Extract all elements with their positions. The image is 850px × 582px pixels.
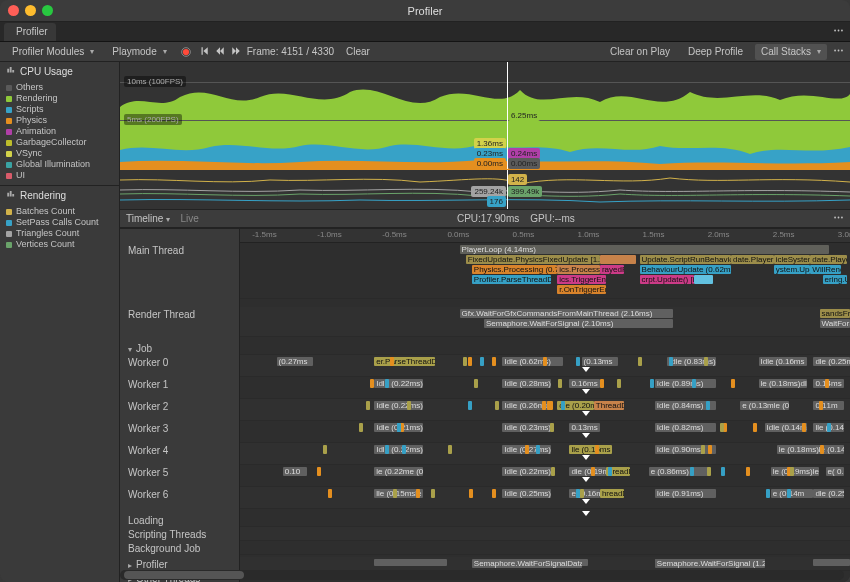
- timeline-bar[interactable]: [608, 467, 612, 476]
- timeline-bar[interactable]: [746, 467, 750, 476]
- timeline-bar[interactable]: Idle (0.16ms: [759, 357, 808, 366]
- timeline-bar[interactable]: Idle (0.89ms): [655, 379, 716, 388]
- timeline-bar[interactable]: ThreadD: [594, 401, 625, 410]
- timeline-bar[interactable]: [370, 379, 374, 388]
- timeline-bar[interactable]: ics.TriggerEnterExits (0.38: [557, 275, 606, 284]
- timeline-bar[interactable]: [720, 423, 724, 432]
- timeline-bar[interactable]: [819, 401, 823, 410]
- timeline-bar[interactable]: [704, 357, 708, 366]
- timeline-bar[interactable]: [706, 401, 710, 410]
- cpu-legend-item[interactable]: Others: [6, 82, 119, 93]
- timeline-bar[interactable]: 0.13ms: [569, 423, 600, 432]
- go-back-button[interactable]: [199, 46, 209, 58]
- timeline-bar[interactable]: sandsFromM: [820, 309, 851, 318]
- timeline-bar[interactable]: Idle (0.25ms): [502, 489, 551, 498]
- tab-menu-button[interactable]: [833, 25, 844, 38]
- timeline-bar[interactable]: (0.13ms: [582, 357, 619, 366]
- timeline-bar[interactable]: [580, 489, 584, 498]
- timeline-bar[interactable]: ics.ProcessReports (0.40: [557, 265, 600, 274]
- timeline-bar[interactable]: [690, 467, 694, 476]
- timeline-bar[interactable]: [790, 467, 794, 476]
- clear-button[interactable]: Clear: [340, 44, 376, 60]
- timeline-bar[interactable]: [495, 401, 499, 410]
- timeline-bar[interactable]: [359, 423, 363, 432]
- timeline-bar[interactable]: date.PlayerUpdateCan: [810, 255, 847, 264]
- timeline-bar[interactable]: [694, 275, 712, 284]
- timeline-bar[interactable]: Idle (0.22ms): [374, 379, 423, 388]
- expand-arrow-icon[interactable]: [582, 367, 590, 372]
- timeline-bar[interactable]: dle (0.25ms): [813, 489, 844, 498]
- timeline-bar[interactable]: Idle (0.62ms): [502, 357, 563, 366]
- timeline-bar[interactable]: Idle (0.22ms): [374, 445, 423, 454]
- timeline-bar[interactable]: [595, 445, 599, 454]
- cpu-legend-item[interactable]: VSync: [6, 148, 119, 159]
- timeline-bar[interactable]: [707, 467, 711, 476]
- timeline-bar[interactable]: le (0.22me (0.16: [374, 467, 423, 476]
- timeline-bar[interactable]: [617, 379, 621, 388]
- timeline-bar[interactable]: [692, 379, 696, 388]
- timeline-bar[interactable]: [492, 489, 496, 498]
- cpu-legend-item[interactable]: Global Illumination: [6, 159, 119, 170]
- timeline-bar[interactable]: rayedF: [600, 265, 624, 274]
- timeline-bar[interactable]: FixedUpdate.PhysicsFixedUpdate [1.23ms]: [466, 255, 600, 264]
- timeline-bar[interactable]: [492, 357, 496, 366]
- timeline-bar[interactable]: [374, 559, 447, 566]
- cpu-legend-item[interactable]: GarbageCollector: [6, 137, 119, 148]
- timeline-bar[interactable]: er.ParseThreadData (0.38: [374, 357, 435, 366]
- timeline-bar[interactable]: e (0.14m: [771, 489, 814, 498]
- timeline-bar[interactable]: le (0.18ms)dle: [759, 379, 808, 388]
- timeline-bar[interactable]: lle (0.16ms hreadD: [569, 445, 612, 454]
- timeline-bar[interactable]: [390, 357, 394, 366]
- timeline-bar[interactable]: Semaphore.WaitForSignalData (2.7ms): [472, 559, 582, 568]
- timeline-bar[interactable]: [576, 489, 580, 498]
- timeline-bar[interactable]: [820, 445, 824, 454]
- timeline-bar[interactable]: [468, 357, 472, 366]
- timeline-bar[interactable]: [650, 379, 654, 388]
- timeline-ruler[interactable]: -1.5ms-1.0ms-0.5ms0.0ms0.5ms1.0ms1.5ms2.…: [240, 229, 850, 243]
- timeline-bar[interactable]: 0.10: [283, 467, 307, 476]
- call-stacks-dropdown[interactable]: Call Stacks: [755, 44, 827, 60]
- timeline-bar[interactable]: [669, 357, 673, 366]
- timeline-bar[interactable]: Update.ScriptRunBehaviourUpdate (0.62ms): [640, 255, 732, 264]
- timeline-bar[interactable]: [480, 357, 484, 366]
- timeline-bar[interactable]: Gfx.WaitForGfxCommandsFromMainThread (2.…: [460, 309, 674, 318]
- timeline-bar[interactable]: [708, 445, 712, 454]
- timeline-view-dropdown[interactable]: Timeline: [126, 213, 170, 224]
- profiler-tab[interactable]: Profiler: [4, 23, 56, 41]
- timeline-bar[interactable]: icleSystemBegin: [774, 255, 811, 264]
- expand-arrow-icon[interactable]: [582, 433, 590, 438]
- timeline-bar[interactable]: Idle (0.23ms): [502, 423, 551, 432]
- live-toggle[interactable]: Live: [180, 213, 198, 224]
- toolbar-menu-button[interactable]: [833, 45, 844, 58]
- timeline-bar[interactable]: [638, 357, 642, 366]
- timeline-tracks[interactable]: -1.5ms-1.0ms-0.5ms0.0ms0.5ms1.0ms1.5ms2.…: [240, 229, 850, 582]
- timeline-bar[interactable]: Idle (0.28ms): [502, 379, 551, 388]
- timeline-bar[interactable]: (0.27ms: [277, 357, 314, 366]
- cpu-legend-item[interactable]: Rendering: [6, 93, 119, 104]
- timeline-bar[interactable]: [536, 445, 540, 454]
- expand-arrow-icon[interactable]: [582, 389, 590, 394]
- render-legend-item[interactable]: Triangles Count: [6, 228, 119, 239]
- timeline-bar[interactable]: Idle (0.22ms): [374, 401, 423, 410]
- timeline-bar[interactable]: BehaviourUpdate (0.62ms): [640, 265, 732, 274]
- timeline-bar[interactable]: [701, 445, 705, 454]
- expand-arrow-icon[interactable]: [582, 455, 590, 460]
- timeline-bar[interactable]: Idle (0.91ms): [655, 489, 716, 498]
- timeline-bar[interactable]: [558, 379, 562, 388]
- timeline-bar[interactable]: e( 0.11m: [826, 467, 844, 476]
- timeline-bar[interactable]: Idle (0.22ms): [502, 467, 551, 476]
- timeline-bar[interactable]: ystem.Update: [774, 265, 811, 274]
- timeline-bar[interactable]: le (0.18ms)le (0.14m: [777, 445, 844, 454]
- render-legend-item[interactable]: SetPass Calls Count: [6, 217, 119, 228]
- timeline-bar[interactable]: r.OnTriggerEnter() [Invo: [557, 285, 606, 294]
- playmode-dropdown[interactable]: Playmode: [106, 44, 172, 60]
- timeline-bar[interactable]: [551, 467, 555, 476]
- scrollbar-thumb[interactable]: [124, 571, 244, 579]
- timeline-bar[interactable]: [543, 357, 547, 366]
- timeline-bar[interactable]: [827, 423, 831, 432]
- timeline-bar[interactable]: WillRenderCanvases: [810, 265, 841, 274]
- timeline-bar[interactable]: [469, 489, 473, 498]
- record-button[interactable]: [179, 45, 193, 59]
- cpu-module-header[interactable]: CPU Usage: [0, 62, 119, 80]
- timeline-bar[interactable]: [576, 357, 580, 366]
